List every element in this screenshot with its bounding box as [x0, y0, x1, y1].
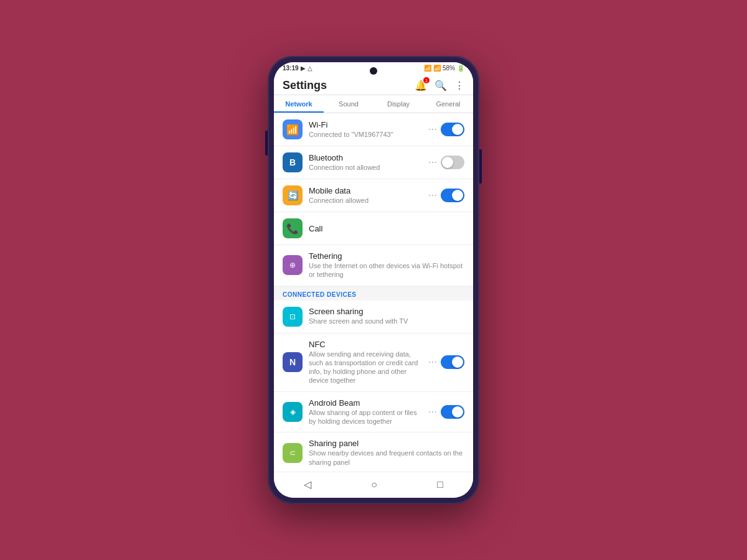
nfc-content: NFC Allow sending and receiving data, su…: [309, 340, 422, 385]
more-options-button[interactable]: ⋮: [454, 80, 464, 91]
tab-sound[interactable]: Sound: [324, 95, 374, 113]
bluetooth-content: Bluetooth Connection not allowed: [309, 153, 422, 172]
android-beam-icon: ◈: [283, 402, 303, 422]
status-right: 📶 📶 58% 🔋: [424, 65, 464, 72]
sharing-panel-content: Sharing panel Show nearby devices and fr…: [309, 439, 464, 467]
bluetooth-actions: ⋯: [428, 156, 464, 169]
mobile-data-title: Mobile data: [309, 186, 422, 195]
phone-device: 13:19 ▶ △ 📶 📶 58% 🔋 Settings 🔔 1 🔍 ⋮: [268, 56, 479, 504]
bluetooth-toggle-knob: [442, 157, 453, 168]
home-button[interactable]: ○: [371, 479, 377, 490]
battery-icon: 🔋: [457, 65, 464, 72]
wifi-content: Wi-Fi Connected to "VM1967743": [309, 120, 422, 139]
tab-network[interactable]: Network: [274, 95, 324, 113]
android-beam-setting[interactable]: ◈ Android Beam Allow sharing of app cont…: [274, 392, 473, 433]
signal-status-icon: 📶: [433, 65, 441, 72]
phone-notch: [370, 67, 377, 75]
tab-general[interactable]: General: [423, 95, 473, 113]
bluetooth-title: Bluetooth: [309, 153, 422, 162]
notification-badge: 1: [423, 77, 430, 83]
wifi-subtitle: Connected to "VM1967743": [309, 130, 422, 139]
bluetooth-setting[interactable]: B Bluetooth Connection not allowed ⋯: [274, 146, 473, 179]
wifi-toggle-knob: [452, 124, 463, 135]
wifi-icon: 📶: [283, 119, 303, 139]
recents-button[interactable]: □: [437, 479, 443, 490]
status-time: 13:19: [283, 65, 299, 72]
tethering-subtitle: Use the Internet on other devices via Wi…: [309, 261, 464, 279]
android-beam-toggle[interactable]: [441, 405, 464, 419]
tabs-bar: Network Sound Display General: [274, 95, 473, 113]
tethering-icon: ⊕: [283, 255, 303, 275]
bluetooth-more-button[interactable]: ⋯: [428, 157, 437, 167]
status-play-icon: ▶: [301, 65, 306, 72]
phone-screen: 13:19 ▶ △ 📶 📶 58% 🔋 Settings 🔔 1 🔍 ⋮: [274, 62, 473, 498]
call-icon: 📞: [283, 218, 303, 238]
mobile-data-actions: ⋯: [428, 189, 464, 202]
screen-sharing-setting[interactable]: ⊡ Screen sharing Share screen and sound …: [274, 301, 473, 334]
nfc-icon: N: [283, 352, 303, 372]
back-button[interactable]: ◁: [304, 478, 311, 490]
tethering-setting[interactable]: ⊕ Tethering Use the Internet on other de…: [274, 245, 473, 286]
bluetooth-toggle[interactable]: [441, 156, 464, 169]
android-beam-more-button[interactable]: ⋯: [428, 407, 437, 417]
header-icons: 🔔 1 🔍 ⋮: [415, 80, 464, 91]
mobile-data-subtitle: Connection allowed: [309, 196, 422, 205]
search-button[interactable]: 🔍: [435, 80, 447, 91]
bottom-navigation: ◁ ○ □: [274, 472, 473, 498]
sharing-panel-setting[interactable]: ⊂ Sharing panel Show nearby devices and …: [274, 432, 473, 472]
android-beam-actions: ⋯: [428, 405, 464, 419]
status-triangle-icon: △: [308, 65, 312, 72]
call-content: Call: [309, 224, 464, 233]
screen-sharing-title: Screen sharing: [309, 307, 464, 316]
screen-sharing-icon: ⊡: [283, 307, 303, 327]
android-beam-subtitle: Allow sharing of app content or files by…: [309, 408, 422, 426]
status-left: 13:19 ▶ △: [283, 65, 312, 72]
nfc-title: NFC: [309, 340, 422, 349]
bluetooth-subtitle: Connection not allowed: [309, 163, 422, 172]
tethering-title: Tethering: [309, 251, 464, 261]
android-beam-content: Android Beam Allow sharing of app conten…: [309, 398, 422, 426]
nfc-subtitle: Allow sending and receiving data, such a…: [309, 350, 422, 385]
android-beam-toggle-knob: [452, 406, 463, 418]
nfc-more-button[interactable]: ⋯: [428, 357, 437, 367]
android-beam-title: Android Beam: [309, 398, 422, 408]
app-title: Settings: [283, 79, 327, 92]
nfc-toggle[interactable]: [441, 355, 464, 369]
wifi-more-button[interactable]: ⋯: [428, 124, 437, 134]
app-header: Settings 🔔 1 🔍 ⋮: [274, 74, 473, 95]
mobile-data-toggle-knob: [452, 190, 463, 201]
power-button[interactable]: [479, 149, 482, 184]
connected-devices-section-header: CONNECTED DEVICES: [274, 286, 473, 301]
mobile-data-setting[interactable]: 🔄 Mobile data Connection allowed ⋯: [274, 179, 473, 212]
mobile-data-more-button[interactable]: ⋯: [428, 190, 437, 200]
mobile-data-toggle[interactable]: [441, 189, 464, 202]
settings-list: 📶 Wi-Fi Connected to "VM1967743" ⋯ B Blu…: [274, 113, 473, 472]
screen-sharing-content: Screen sharing Share screen and sound wi…: [309, 307, 464, 325]
sharing-panel-icon: ⊂: [283, 443, 303, 463]
nfc-actions: ⋯: [428, 355, 464, 369]
tethering-content: Tethering Use the Internet on other devi…: [309, 251, 464, 279]
mobile-data-content: Mobile data Connection allowed: [309, 186, 422, 205]
wifi-title: Wi-Fi: [309, 120, 422, 129]
sharing-panel-title: Sharing panel: [309, 439, 464, 448]
sharing-panel-subtitle: Show nearby devices and frequent contact…: [309, 449, 464, 467]
volume-button[interactable]: [265, 131, 268, 156]
wifi-toggle[interactable]: [441, 123, 464, 136]
nfc-setting[interactable]: N NFC Allow sending and receiving data, …: [274, 334, 473, 392]
notification-button[interactable]: 🔔 1: [415, 80, 427, 91]
screen-sharing-subtitle: Share screen and sound with TV: [309, 317, 464, 325]
battery-percent: 58%: [443, 65, 455, 72]
bluetooth-icon: B: [283, 152, 303, 172]
wifi-setting[interactable]: 📶 Wi-Fi Connected to "VM1967743" ⋯: [274, 113, 473, 146]
wifi-actions: ⋯: [428, 123, 464, 136]
wifi-status-icon: 📶: [424, 65, 431, 72]
mobile-data-icon: 🔄: [283, 185, 303, 205]
call-setting[interactable]: 📞 Call: [274, 212, 473, 245]
tab-display[interactable]: Display: [374, 95, 423, 113]
call-title: Call: [309, 224, 464, 233]
nfc-toggle-knob: [452, 357, 463, 368]
